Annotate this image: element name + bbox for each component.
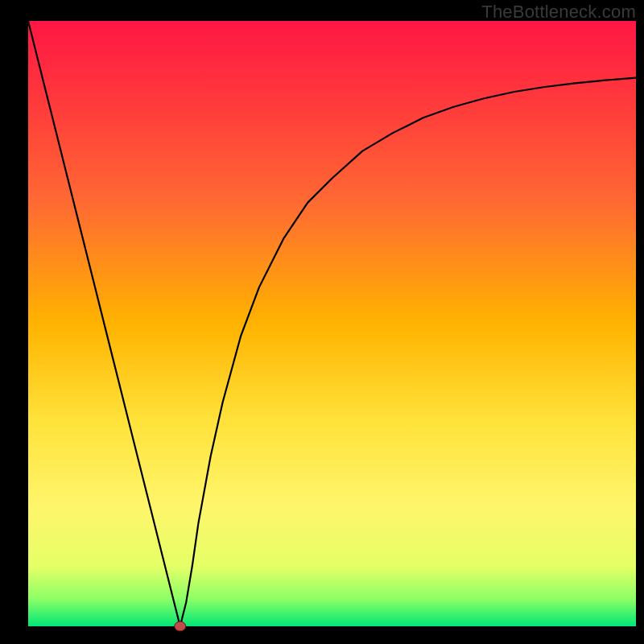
watermark-text: TheBottleneck.com <box>481 2 636 23</box>
bottleneck-chart <box>0 0 644 644</box>
min-point-marker <box>175 621 186 631</box>
chart-container: TheBottleneck.com <box>0 0 644 644</box>
plot-background <box>28 21 636 626</box>
